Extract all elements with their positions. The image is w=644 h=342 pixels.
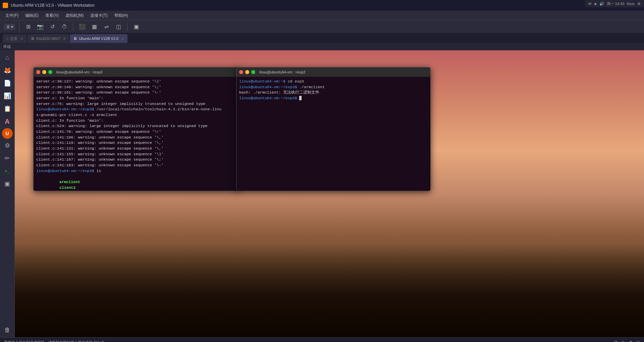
menu-help[interactable]: 帮助(H): [112, 12, 131, 19]
desktop: linux@ubuntu64-vm: ~/exp3 server.c:30:13…: [15, 50, 644, 337]
tab-rocedu[interactable]: 🖥 RocEDU.Win7 ✕: [27, 34, 69, 43]
term1-line-12: client.c:141:119: warning: unknown escap…: [36, 140, 236, 146]
sidebar-icon-font[interactable]: A: [1, 115, 13, 127]
menu-bar: 文件(F) 编辑(E) 查看(V) 虚拟机(M) 选项卡(T) 帮助(H): [0, 11, 644, 20]
tab-home-close[interactable]: ✕: [20, 37, 23, 41]
term2-line-prompt: linux@ubuntu64-vm:~/exp3$: [239, 96, 428, 101]
sidebar-icon-window[interactable]: ▣: [1, 178, 13, 190]
toolbar-console[interactable]: ▣: [131, 22, 141, 32]
tab-ubuntu-close[interactable]: ✕: [121, 37, 124, 41]
sidebar-icon-files[interactable]: 📄: [1, 77, 13, 89]
pause-dropdown[interactable]: ▾: [11, 24, 13, 29]
term1-line-7: x-gnueabi-gcc client.c -o armclient: [36, 112, 236, 118]
tray-right: 🖥 🖱 ⚙ ⬡: [613, 340, 640, 342]
toolbar-prefs[interactable]: ◫: [114, 22, 123, 32]
tab-rocedu-close[interactable]: ✕: [63, 37, 66, 41]
toolbar-fullscreen[interactable]: ⬛: [77, 22, 87, 32]
term1-line-17: linux@ubuntu64-vm:~/exp3$ ls: [36, 168, 236, 174]
term1-line-6: linux@ubuntu64-vm:~/exp3$ /usr/local/too…: [36, 107, 236, 112]
menu-file[interactable]: 文件(F): [3, 12, 21, 19]
sidebar-icon-notes[interactable]: 📋: [1, 103, 13, 115]
term1-line-5: server.c:75: warning: large integer impl…: [36, 101, 236, 107]
title-bar: Ubuntu ARM V12B V2.0 - VMware Workstatio…: [0, 0, 644, 11]
app-icon: [3, 3, 8, 8]
term2-title: linux@ubuntu64-vm: ~/exp3: [259, 70, 305, 74]
term2-close-btn[interactable]: [239, 70, 243, 74]
sidebar-icon-home[interactable]: ⌂: [1, 52, 13, 64]
term2-min-btn[interactable]: [245, 70, 249, 74]
tab-ubuntu-icon: 🖥: [73, 36, 77, 41]
status-bar-top: 终端: [0, 43, 644, 50]
term1-close-btn[interactable]: [36, 70, 40, 74]
sidebar-icon-trash[interactable]: 🗑: [1, 324, 13, 336]
sidebar-icon-terminal[interactable]: >_: [1, 165, 13, 177]
term1-line-11: client.c:141:106: warning: unknown escap…: [36, 135, 236, 140]
tab-home[interactable]: ⌂ 主页 ✕: [3, 34, 26, 43]
terminal-window-1: linux@ubuntu64-vm: ~/exp3 server.c:30:13…: [33, 67, 239, 191]
tray-icon-mouse: 🖱: [621, 340, 626, 342]
term1-line-9: client.c:524: warning: large integer imp…: [36, 123, 236, 129]
term2-line-3: bash: ./armclient: 无法执行二进制文件: [239, 90, 428, 96]
menu-view[interactable]: 查看(V): [43, 12, 61, 19]
terminal-body-1[interactable]: server.c:30:137: warning: unknown escape…: [34, 77, 239, 191]
term1-line-2: server.c:30:149: warning: unknown escape…: [36, 84, 236, 90]
terminal-window-2: linux@ubuntu64-vm: ~/exp3 linux@ubuntu64…: [236, 67, 431, 191]
tab-bar: ⌂ 主页 ✕ 🖥 RocEDU.Win7 ✕ 🖥 Ubuntu ARM V12B…: [0, 33, 644, 43]
main-area: ⌂ 🦊 📄 📊 📋 A U ⚙ ✏ >_ ▣ 🗑 linux@ubuntu64-…: [0, 50, 644, 337]
tab-ubuntu[interactable]: 🖥 Ubuntu ARM V12B V2.0 ✕: [70, 34, 127, 43]
term1-line-10: client.c:141:70: warning: unknown escape…: [36, 129, 236, 135]
term1-max-btn[interactable]: [48, 70, 52, 74]
system-tray: ✉ ◈ 🔊 周一 14:43 linux ⚙: [585, 0, 644, 7]
term1-line-1: server.c:30:137: warning: unknown escape…: [36, 79, 236, 84]
menu-edit[interactable]: 编辑(E): [22, 12, 41, 19]
term1-line-15: client.c:141:167: warning: unknown escap…: [36, 157, 236, 163]
tray-mail[interactable]: ✉: [588, 2, 591, 6]
sidebar-icon-pen[interactable]: ✏: [1, 152, 13, 164]
tab-rocedu-label: RocEDU.Win7: [36, 37, 60, 41]
tab-rocedu-icon: 🖥: [31, 36, 35, 41]
terminal-body-2[interactable]: linux@ubuntu64-vm:~$ cd exp3 linux@ubunt…: [236, 77, 430, 191]
term1-line-13: client.c:141:131: warning: unknown escap…: [36, 146, 236, 152]
status-bottom-label: 要将输入定向到该虚拟机，请将鼠标指针移入其中或按 Ctrl+G。: [4, 340, 108, 342]
toolbar-snapshot[interactable]: 📷: [36, 22, 45, 32]
sidebar-icon-sheets[interactable]: 📊: [1, 90, 13, 102]
sidebar: ⌂ 🦊 📄 📊 📋 A U ⚙ ✏ >_ ▣ 🗑: [0, 50, 15, 337]
menu-vm[interactable]: 虚拟机(M): [63, 12, 86, 19]
sidebar-icon-settings[interactable]: ⚙: [1, 139, 13, 152]
window-title: Ubuntu ARM V12B V2.0 - VMware Workstatio…: [11, 3, 620, 8]
menu-tab[interactable]: 选项卡(T): [88, 12, 110, 19]
toolbar-switch-vm[interactable]: ⇌: [102, 22, 111, 32]
tray-network[interactable]: ◈: [594, 2, 597, 6]
tray-volume[interactable]: 🔊: [599, 2, 604, 6]
term1-line-ls1: armclient client2 client.c~ server2.c te…: [36, 174, 236, 191]
term1-min-btn[interactable]: [42, 70, 46, 74]
status-label-terminal: 终端: [3, 44, 11, 49]
term1-line-14: client.c:141:155: warning: unknown escap…: [36, 152, 236, 157]
tray-icon-expand[interactable]: ⬡: [636, 340, 640, 342]
tab-ubuntu-label: Ubuntu ARM V12B V2.0: [79, 37, 118, 41]
toolbar-separator-3: [127, 23, 127, 31]
sidebar-icon-ubuntu[interactable]: U: [2, 128, 13, 139]
toolbar-send-ctrlaltdel[interactable]: ⊞: [23, 22, 33, 32]
tab-home-label: 主页: [10, 36, 17, 41]
term1-line-4: server.c: In function 'main':: [36, 96, 236, 101]
status-bar-bottom: 要将输入定向到该虚拟机，请将鼠标指针移入其中或按 Ctrl+G。 🖥 🖱 ⚙ ⬡: [0, 337, 644, 342]
term2-line-2: linux@ubuntu64-vm:~/exp3$ ./armclient: [239, 84, 428, 90]
tray-datetime: 周一 14:43: [607, 1, 625, 6]
term1-title: linux@ubuntu64-vm: ~/exp3: [56, 70, 102, 74]
pause-icon: ⏸: [6, 24, 10, 29]
terminal-titlebar-1: linux@ubuntu64-vm: ~/exp3: [34, 67, 239, 77]
tab-home-icon: ⌂: [6, 36, 8, 41]
toolbar-revert[interactable]: ↺: [48, 22, 57, 32]
toolbar-unity[interactable]: ▦: [90, 22, 99, 32]
toolbar: ⏸ ▾ ⊞ 📷 ↺ ⏱ ⬛ ▦ ⇌ ◫ ▣: [0, 20, 644, 33]
toolbar-separator-2: [73, 23, 73, 31]
tray-settings-icon[interactable]: ⚙: [637, 2, 641, 6]
toolbar-pause-group[interactable]: ⏸ ▾: [4, 24, 15, 30]
term2-max-btn[interactable]: [251, 70, 255, 74]
term1-line-8: client.c: In function 'main':: [36, 118, 236, 124]
toolbar-manage-snapshots[interactable]: ⏱: [60, 22, 69, 32]
tray-user: linux: [627, 2, 635, 6]
sidebar-icon-firefox[interactable]: 🦊: [1, 64, 13, 76]
term2-line-1: linux@ubuntu64-vm:~$ cd exp3: [239, 79, 428, 84]
